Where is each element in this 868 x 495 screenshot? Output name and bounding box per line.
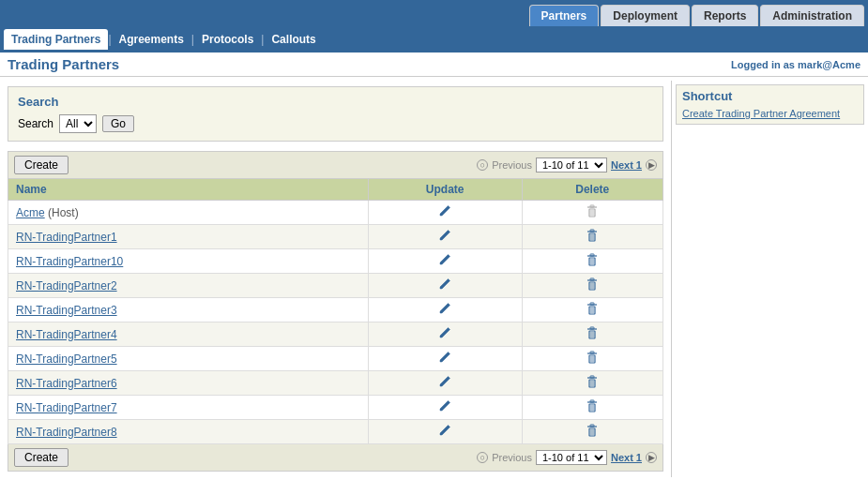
table-row: RN-TradingPartner5 xyxy=(8,347,663,371)
go-button[interactable]: Go xyxy=(102,115,134,132)
table-row: RN-TradingPartner4 xyxy=(8,322,663,347)
edit-icon[interactable] xyxy=(437,423,452,441)
bottom-range-select[interactable]: 1-10 of 11 xyxy=(536,450,607,465)
prev-circle-icon: ○ xyxy=(477,159,488,171)
edit-icon[interactable] xyxy=(437,301,452,319)
tab-partners[interactable]: Partners xyxy=(529,5,600,26)
partner-name-link[interactable]: RN-TradingPartner2 xyxy=(16,279,117,292)
update-cell xyxy=(368,225,522,249)
table-row: RN-TradingPartner7 xyxy=(8,396,663,420)
main-layout: Search Search All Go Create ○ Previous 1… xyxy=(0,81,868,477)
tab-deployment[interactable]: Deployment xyxy=(601,5,690,26)
partner-name-link[interactable]: RN-TradingPartner10 xyxy=(16,255,123,268)
svg-rect-10 xyxy=(589,258,595,265)
top-next-link[interactable]: Next 1 xyxy=(611,159,642,171)
partner-name-cell: RN-TradingPartner1 xyxy=(8,225,369,249)
svg-rect-12 xyxy=(590,254,594,256)
shortcut-box: Shortcut Create Trading Partner Agreemen… xyxy=(676,84,864,125)
edit-icon[interactable] xyxy=(437,374,452,392)
top-pagination-right: ○ Previous 1-10 of 11 Next 1 ▶ xyxy=(477,158,657,172)
trash-icon[interactable] xyxy=(585,325,600,343)
trash-icon[interactable] xyxy=(585,301,600,319)
subnav-callouts[interactable]: Callouts xyxy=(264,33,323,46)
trash-icon[interactable] xyxy=(585,350,600,368)
trash-icon[interactable] xyxy=(585,398,600,416)
top-create-button[interactable]: Create xyxy=(14,156,69,174)
trash-icon[interactable] xyxy=(585,277,600,294)
subnav-protocols[interactable]: Protocols xyxy=(194,33,261,46)
partner-name-link[interactable]: RN-TradingPartner5 xyxy=(16,352,117,366)
delete-cell xyxy=(522,396,662,420)
delete-cell xyxy=(522,347,662,371)
logged-in-label: Logged in as xyxy=(731,59,798,70)
update-cell xyxy=(368,249,522,274)
edit-icon[interactable] xyxy=(437,325,452,343)
partner-name-cell: RN-TradingPartner7 xyxy=(8,396,369,420)
svg-rect-45 xyxy=(589,428,595,436)
edit-icon[interactable] xyxy=(437,350,452,368)
svg-rect-20 xyxy=(589,307,595,314)
partner-name-link[interactable]: RN-TradingPartner7 xyxy=(16,401,117,414)
svg-rect-17 xyxy=(590,278,594,280)
tab-administration[interactable]: Administration xyxy=(760,5,864,26)
next-circle-icon: ▶ xyxy=(646,159,657,171)
edit-icon[interactable] xyxy=(437,252,452,270)
search-select[interactable]: All xyxy=(59,114,97,133)
svg-rect-30 xyxy=(589,355,595,363)
svg-rect-15 xyxy=(589,282,595,290)
bottom-prev-circle-icon: ○ xyxy=(477,452,488,463)
delete-cell xyxy=(522,201,662,225)
svg-rect-37 xyxy=(590,376,594,378)
delete-cell xyxy=(522,225,662,249)
tab-reports[interactable]: Reports xyxy=(692,5,758,26)
bottom-create-button[interactable]: Create xyxy=(14,448,69,467)
delete-cell xyxy=(522,371,662,396)
partner-name-link[interactable]: RN-TradingPartner6 xyxy=(16,377,117,390)
update-cell xyxy=(368,274,522,298)
partner-name-cell: RN-TradingPartner4 xyxy=(8,322,369,347)
delete-cell xyxy=(522,322,662,347)
table-section: Create ○ Previous 1-10 of 11 Next 1 ▶ Na… xyxy=(8,151,663,472)
header-row: Trading Partners Logged in as mark@Acme xyxy=(0,52,868,77)
partner-name-link[interactable]: Acme xyxy=(16,206,45,219)
col-header-name: Name xyxy=(8,179,369,201)
partner-name-link[interactable]: RN-TradingPartner4 xyxy=(16,328,117,341)
update-cell xyxy=(368,371,522,396)
delete-cell xyxy=(522,249,662,274)
update-cell xyxy=(368,322,522,347)
search-row: Search All Go xyxy=(18,114,653,133)
bottom-next-link[interactable]: Next 1 xyxy=(611,452,642,463)
top-prev-label: Previous xyxy=(492,159,532,171)
svg-rect-27 xyxy=(590,327,594,329)
delete-cell xyxy=(522,298,662,322)
bottom-next-circle-icon: ▶ xyxy=(646,452,657,463)
partner-name-link[interactable]: RN-TradingPartner1 xyxy=(16,231,117,244)
subnav-trading-partners[interactable]: Trading Partners xyxy=(4,29,108,50)
create-agreement-link[interactable]: Create Trading Partner Agreement xyxy=(682,108,840,119)
svg-rect-32 xyxy=(590,352,594,353)
host-label: (Host) xyxy=(48,206,79,219)
table-row: RN-TradingPartner10 xyxy=(8,249,663,274)
edit-icon[interactable] xyxy=(437,398,452,416)
partner-name-link[interactable]: RN-TradingPartner8 xyxy=(16,426,117,439)
trash-icon[interactable] xyxy=(585,423,600,441)
partner-name-link[interactable]: RN-TradingPartner3 xyxy=(16,304,117,317)
edit-icon[interactable] xyxy=(437,277,452,294)
left-content: Search Search All Go Create ○ Previous 1… xyxy=(0,81,671,477)
delete-cell xyxy=(522,420,662,444)
trash-icon[interactable] xyxy=(585,228,600,246)
subnav-agreements[interactable]: Agreements xyxy=(112,33,191,46)
delete-cell xyxy=(522,274,662,298)
edit-icon[interactable] xyxy=(437,203,452,221)
trash-icon[interactable] xyxy=(585,252,600,270)
partner-name-cell: RN-TradingPartner8 xyxy=(8,420,369,444)
search-section: Search Search All Go xyxy=(8,86,663,142)
edit-icon[interactable] xyxy=(437,228,452,246)
svg-rect-25 xyxy=(589,331,595,338)
update-cell xyxy=(368,298,522,322)
trash-icon[interactable] xyxy=(585,374,600,392)
partner-name-cell: RN-TradingPartner5 xyxy=(8,347,369,371)
partner-name-cell: RN-TradingPartner3 xyxy=(8,298,369,322)
top-range-select[interactable]: 1-10 of 11 xyxy=(536,158,607,172)
svg-rect-47 xyxy=(590,425,594,427)
